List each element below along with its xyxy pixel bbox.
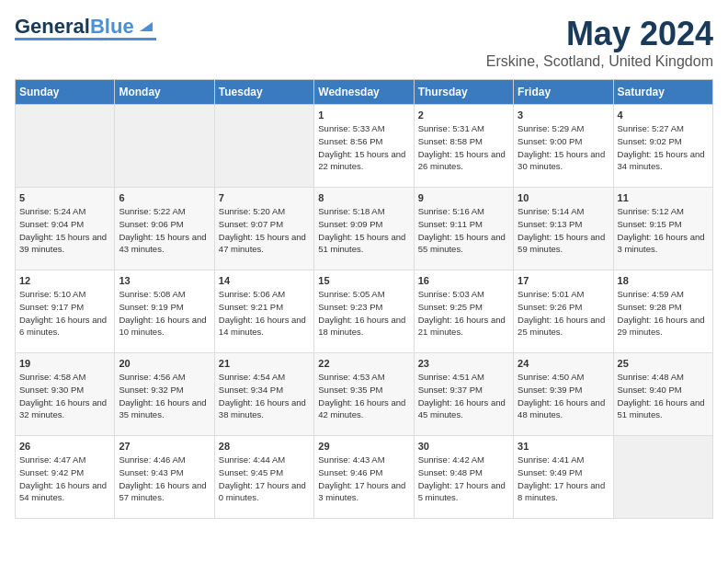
- calendar-cell: 21Sunrise: 4:54 AMSunset: 9:34 PMDayligh…: [214, 353, 313, 436]
- day-number: 7: [219, 192, 310, 203]
- calendar-cell: 16Sunrise: 5:03 AMSunset: 9:25 PMDayligh…: [414, 270, 513, 353]
- calendar-cell: 7Sunrise: 5:20 AMSunset: 9:07 PMDaylight…: [214, 188, 313, 270]
- day-info: Sunrise: 5:10 AMSunset: 9:17 PMDaylight:…: [19, 288, 110, 339]
- day-number: 12: [19, 275, 110, 286]
- calendar-cell: 25Sunrise: 4:48 AMSunset: 9:40 PMDayligh…: [613, 353, 712, 436]
- day-number: 1: [318, 109, 409, 121]
- day-number: 30: [418, 441, 509, 452]
- weekday-header-thursday: Thursday: [414, 80, 513, 105]
- day-number: 8: [318, 192, 409, 203]
- day-number: 3: [518, 109, 609, 121]
- calendar-week-row: 5Sunrise: 5:24 AMSunset: 9:04 PMDaylight…: [16, 188, 713, 270]
- calendar-cell: 15Sunrise: 5:05 AMSunset: 9:23 PMDayligh…: [314, 270, 414, 353]
- logo-icon: [136, 15, 156, 35]
- calendar-cell: 27Sunrise: 4:46 AMSunset: 9:43 PMDayligh…: [115, 436, 214, 519]
- day-number: 17: [518, 275, 609, 286]
- calendar-cell: 31Sunrise: 4:41 AMSunset: 9:49 PMDayligh…: [514, 436, 613, 519]
- calendar-cell: [613, 436, 712, 519]
- calendar-cell: 8Sunrise: 5:18 AMSunset: 9:09 PMDaylight…: [314, 188, 414, 270]
- day-number: 14: [219, 275, 310, 286]
- day-number: 21: [219, 358, 310, 369]
- calendar-cell: [16, 105, 115, 188]
- day-number: 25: [618, 358, 709, 369]
- day-info: Sunrise: 4:44 AMSunset: 9:45 PMDaylight:…: [219, 454, 310, 504]
- calendar-cell: 6Sunrise: 5:22 AMSunset: 9:06 PMDaylight…: [115, 188, 214, 270]
- day-info: Sunrise: 4:58 AMSunset: 9:30 PMDaylight:…: [19, 371, 110, 421]
- calendar-cell: 13Sunrise: 5:08 AMSunset: 9:19 PMDayligh…: [115, 270, 214, 353]
- calendar-cell: 22Sunrise: 4:53 AMSunset: 9:35 PMDayligh…: [314, 353, 414, 436]
- day-number: 16: [418, 275, 509, 286]
- day-info: Sunrise: 5:27 AMSunset: 9:02 PMDaylight:…: [618, 122, 709, 173]
- calendar-cell: 9Sunrise: 5:16 AMSunset: 9:11 PMDaylight…: [414, 188, 513, 270]
- day-info: Sunrise: 5:14 AMSunset: 9:13 PMDaylight:…: [518, 205, 609, 256]
- calendar-cell: 1Sunrise: 5:33 AMSunset: 8:56 PMDaylight…: [314, 105, 414, 188]
- day-number: 6: [119, 192, 210, 203]
- day-info: Sunrise: 5:01 AMSunset: 9:26 PMDaylight:…: [518, 288, 609, 339]
- day-info: Sunrise: 4:51 AMSunset: 9:37 PMDaylight:…: [418, 371, 509, 421]
- calendar-cell: 19Sunrise: 4:58 AMSunset: 9:30 PMDayligh…: [16, 353, 115, 436]
- day-number: 15: [318, 275, 409, 286]
- day-number: 26: [19, 441, 110, 452]
- calendar-table: SundayMondayTuesdayWednesdayThursdayFrid…: [15, 79, 713, 519]
- day-info: Sunrise: 4:53 AMSunset: 9:35 PMDaylight:…: [318, 371, 409, 421]
- day-number: 28: [219, 441, 310, 452]
- day-number: 20: [119, 358, 210, 369]
- calendar-cell: 4Sunrise: 5:27 AMSunset: 9:02 PMDaylight…: [613, 105, 712, 188]
- day-info: Sunrise: 4:50 AMSunset: 9:39 PMDaylight:…: [518, 371, 609, 421]
- calendar-cell: 26Sunrise: 4:47 AMSunset: 9:42 PMDayligh…: [16, 436, 115, 519]
- calendar-cell: 11Sunrise: 5:12 AMSunset: 9:15 PMDayligh…: [613, 188, 712, 270]
- calendar-cell: 30Sunrise: 4:42 AMSunset: 9:48 PMDayligh…: [414, 436, 513, 519]
- day-number: 9: [418, 192, 509, 203]
- day-info: Sunrise: 4:46 AMSunset: 9:43 PMDaylight:…: [119, 454, 210, 504]
- day-info: Sunrise: 5:31 AMSunset: 8:58 PMDaylight:…: [418, 122, 509, 173]
- calendar-week-row: 12Sunrise: 5:10 AMSunset: 9:17 PMDayligh…: [16, 270, 713, 353]
- day-info: Sunrise: 4:43 AMSunset: 9:46 PMDaylight:…: [318, 454, 409, 504]
- day-info: Sunrise: 5:22 AMSunset: 9:06 PMDaylight:…: [119, 205, 210, 256]
- logo-text: GeneralBlue: [15, 17, 134, 37]
- day-number: 22: [318, 358, 409, 369]
- day-info: Sunrise: 4:42 AMSunset: 9:48 PMDaylight:…: [418, 454, 509, 504]
- calendar-cell: [115, 105, 214, 188]
- day-number: 18: [618, 275, 709, 286]
- logo: GeneralBlue: [15, 15, 156, 40]
- day-number: 31: [518, 441, 609, 452]
- logo-underline: [15, 38, 156, 40]
- day-info: Sunrise: 4:56 AMSunset: 9:32 PMDaylight:…: [119, 371, 210, 421]
- weekday-header-sunday: Sunday: [16, 80, 115, 105]
- calendar-cell: 18Sunrise: 4:59 AMSunset: 9:28 PMDayligh…: [613, 270, 712, 353]
- calendar-cell: 10Sunrise: 5:14 AMSunset: 9:13 PMDayligh…: [514, 188, 613, 270]
- calendar-cell: 2Sunrise: 5:31 AMSunset: 8:58 PMDaylight…: [414, 105, 513, 188]
- weekday-header-tuesday: Tuesday: [214, 80, 313, 105]
- day-info: Sunrise: 5:20 AMSunset: 9:07 PMDaylight:…: [219, 205, 310, 256]
- day-info: Sunrise: 4:54 AMSunset: 9:34 PMDaylight:…: [219, 371, 310, 421]
- calendar-week-row: 26Sunrise: 4:47 AMSunset: 9:42 PMDayligh…: [16, 436, 713, 519]
- weekday-header-saturday: Saturday: [613, 80, 712, 105]
- weekday-header-friday: Friday: [514, 80, 613, 105]
- day-info: Sunrise: 5:05 AMSunset: 9:23 PMDaylight:…: [318, 288, 409, 339]
- day-info: Sunrise: 5:08 AMSunset: 9:19 PMDaylight:…: [119, 288, 210, 339]
- day-number: 10: [518, 192, 609, 203]
- title-area: May 2024 Erskine, Scotland, United Kingd…: [486, 15, 713, 70]
- weekday-header-monday: Monday: [115, 80, 214, 105]
- day-info: Sunrise: 5:24 AMSunset: 9:04 PMDaylight:…: [19, 205, 110, 256]
- day-info: Sunrise: 4:47 AMSunset: 9:42 PMDaylight:…: [19, 454, 110, 504]
- calendar-cell: [214, 105, 313, 188]
- location: Erskine, Scotland, United Kingdom: [486, 53, 713, 70]
- day-number: 5: [19, 192, 110, 203]
- calendar-week-row: 19Sunrise: 4:58 AMSunset: 9:30 PMDayligh…: [16, 353, 713, 436]
- calendar-week-row: 1Sunrise: 5:33 AMSunset: 8:56 PMDaylight…: [16, 105, 713, 188]
- calendar-cell: 5Sunrise: 5:24 AMSunset: 9:04 PMDaylight…: [16, 188, 115, 270]
- day-number: 11: [618, 192, 709, 203]
- day-info: Sunrise: 5:12 AMSunset: 9:15 PMDaylight:…: [618, 205, 709, 256]
- calendar-cell: 23Sunrise: 4:51 AMSunset: 9:37 PMDayligh…: [414, 353, 513, 436]
- day-info: Sunrise: 5:03 AMSunset: 9:25 PMDaylight:…: [418, 288, 509, 339]
- day-info: Sunrise: 5:18 AMSunset: 9:09 PMDaylight:…: [318, 205, 409, 256]
- calendar-header-row: SundayMondayTuesdayWednesdayThursdayFrid…: [16, 80, 713, 105]
- day-info: Sunrise: 4:59 AMSunset: 9:28 PMDaylight:…: [618, 288, 709, 339]
- month-title: May 2024: [486, 15, 713, 53]
- calendar-body: 1Sunrise: 5:33 AMSunset: 8:56 PMDaylight…: [16, 105, 713, 519]
- svg-marker-0: [140, 22, 153, 31]
- day-info: Sunrise: 5:29 AMSunset: 9:00 PMDaylight:…: [518, 122, 609, 173]
- day-number: 23: [418, 358, 509, 369]
- day-info: Sunrise: 4:41 AMSunset: 9:49 PMDaylight:…: [518, 454, 609, 504]
